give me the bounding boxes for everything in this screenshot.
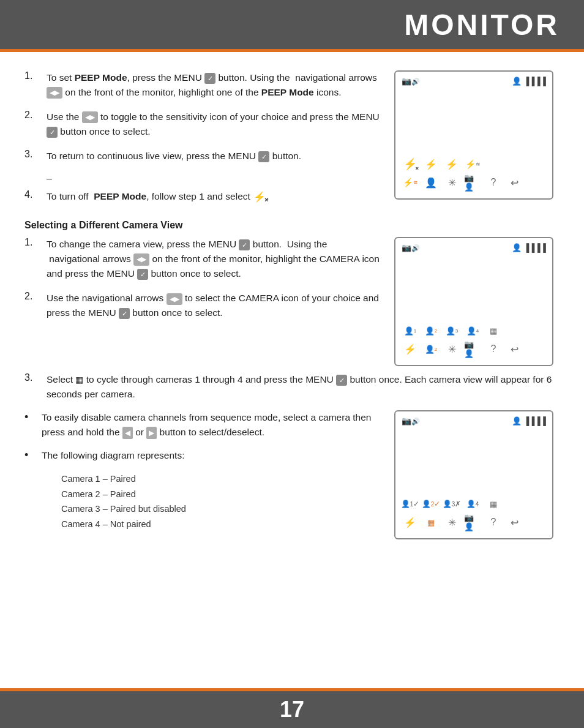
bullet-content-2: The following diagram represents: xyxy=(42,448,184,463)
left-arrow-icon: ◀ xyxy=(122,427,133,440)
nav-arrows-icon: ◀▶ xyxy=(47,87,62,99)
monitor-status-bar-2: 📷🔊 👤 ▐▐▐▐ xyxy=(402,243,546,252)
icon-person-cam-5: 👤2 xyxy=(422,340,440,358)
bullet-symbol-2: • xyxy=(24,449,34,463)
footer: 17 xyxy=(0,691,584,728)
right-arrow-icon: ▶ xyxy=(146,427,157,440)
item-number: 2. xyxy=(24,110,37,139)
bullet-content-1: To easily disable camera channels from s… xyxy=(42,410,382,440)
nav-arrows-icon-3: ◀▶ xyxy=(133,253,149,265)
main-content: 1. To set PEEP Mode, press the MENU ✓ bu… xyxy=(0,52,584,558)
icon-cam2-paired: 👤2✓ xyxy=(422,495,440,512)
list-item: 3. To return to continuous live view, pr… xyxy=(24,149,382,163)
list-item: 4. To turn off PEEP Mode, follow step 1 … xyxy=(24,189,382,204)
monitor-screen-2: 📷🔊 👤 ▐▐▐▐ 👤1 👤2 👤3 👤4 ▦ ⚡ 👤2 ✳ 📷👤 ? xyxy=(394,237,560,366)
item-number: 4. xyxy=(24,189,37,204)
icon-help-3: ? xyxy=(485,514,502,531)
bullet-symbol-1: • xyxy=(24,411,34,440)
monitor-screen-3: 📷🔊 👤 ▐▐▐▐ 👤1✓ 👤2✓ 👤3✗ 👤4 ▦ ⚡ ▦ ✳ 📷👤 xyxy=(394,410,560,539)
icon-help-2: ? xyxy=(485,340,502,358)
peep-mode-section: 1. To set PEEP Mode, press the MENU ✓ bu… xyxy=(24,70,560,214)
monitor-battery-3: 👤 ▐▐▐▐ xyxy=(512,416,546,426)
icon-sun-3: ✳ xyxy=(443,514,460,531)
monitor-display-3: 📷🔊 👤 ▐▐▐▐ 👤1✓ 👤2✓ 👤3✗ 👤4 ▦ ⚡ ▦ ✳ 📷👤 xyxy=(394,410,553,539)
icon-lightning-3: ⚡≋ xyxy=(464,156,481,173)
menu-icon-3: ✓ xyxy=(258,151,269,162)
icon-grid-cam: ▦ xyxy=(485,322,502,339)
item-number: 1. xyxy=(24,237,37,281)
item-number: 3. xyxy=(24,372,37,402)
item-content: Select ▦ to cycle through cameras 1 thro… xyxy=(47,372,560,402)
icon-lightning-1: ⚡ xyxy=(422,156,440,173)
monitor-icons-row-2b: ⚡ 👤2 ✳ 📷👤 ? ↩ xyxy=(402,340,546,358)
icon-lightning-4: ⚡≋ xyxy=(402,174,419,191)
diagram-item-3: Camera 3 – Paired but disabled xyxy=(61,501,382,517)
icon-sun-2: ✳ xyxy=(443,340,460,358)
monitor-icons-row-2a: 👤1 👤2 👤3 👤4 ▦ xyxy=(402,322,546,339)
menu-icon-6: ✓ xyxy=(119,308,130,319)
list-item: 3. Select ▦ to cycle through cameras 1 t… xyxy=(24,372,560,402)
item-content: To return to continuous live view, press… xyxy=(47,149,301,163)
item-content: To turn off PEEP Mode, follow step 1 and… xyxy=(47,189,269,204)
monitor-icons-row-3b: ⚡ ▦ ✳ 📷👤 ? ↩ xyxy=(402,514,546,531)
monitor-status-bar-3: 📷🔊 👤 ▐▐▐▐ xyxy=(402,416,546,426)
icon-cam1-paired: 👤1✓ xyxy=(402,495,419,512)
peep-mode-text: 1. To set PEEP Mode, press the MENU ✓ bu… xyxy=(24,70,382,214)
diagram-item-4: Camera 4 – Not paired xyxy=(61,517,382,532)
monitor-body-3 xyxy=(402,428,546,495)
monitor-cam-icon-3: 📷🔊 xyxy=(402,416,420,426)
monitor-body-1 xyxy=(402,88,546,156)
monitor-display-1: 📷🔊 👤 ▐▐▐▐ ⚡× ⚡ ⚡ ⚡≋ ⚡≋ 👤 ✳ 📷👤 ? ↩ xyxy=(394,70,553,200)
page-title: MONITOR xyxy=(404,8,560,42)
page-number: 17 xyxy=(280,697,304,722)
item-number: 2. xyxy=(24,291,37,320)
list-item: 1. To set PEEP Mode, press the MENU ✓ bu… xyxy=(24,70,382,100)
menu-icon-4: ✓ xyxy=(239,239,250,250)
bullets-section: • To easily disable camera channels from… xyxy=(24,410,560,539)
icon-cam-person-1: 📷👤 xyxy=(464,174,481,191)
monitor-cam-icon-2: 📷🔊 xyxy=(402,243,420,252)
icon-grid-cam-3: ▦ xyxy=(485,495,502,512)
icon-back-1: ↩ xyxy=(506,174,523,191)
bullet-item-2: • The following diagram represents: xyxy=(24,448,382,463)
list-item: 1. To change the camera view, press the … xyxy=(24,237,382,281)
monitor-status-bar-1: 📷🔊 👤 ▐▐▐▐ xyxy=(402,77,546,86)
item-content: To set PEEP Mode, press the MENU ✓ butto… xyxy=(47,70,382,100)
bullet-item-1: • To easily disable camera channels from… xyxy=(24,410,382,440)
dash-separator: – xyxy=(47,173,382,184)
icon-person-1: 👤 xyxy=(422,174,440,191)
item-content: Use the ◀▶ to toggle to the sensitivity … xyxy=(47,110,382,139)
icon-person-cam-1: 👤1 xyxy=(402,322,419,339)
camera-view-items-section: 1. To change the camera view, press the … xyxy=(24,237,560,366)
monitor-battery-2: 👤 ▐▐▐▐ xyxy=(512,243,546,252)
menu-icon: ✓ xyxy=(204,73,215,84)
menu-icon-2: ✓ xyxy=(47,127,58,138)
icon-cam-person-2: 📷👤 xyxy=(464,340,481,358)
grid-sequence-icon: ▦ xyxy=(75,373,83,387)
monitor-icons-row-3a: 👤1✓ 👤2✓ 👤3✗ 👤4 ▦ xyxy=(402,495,546,512)
icon-lightning-5: ⚡ xyxy=(402,340,419,358)
item-content: Use the navigational arrows ◀▶ to select… xyxy=(47,291,382,320)
camera-view-heading: Selecting a Different Camera View xyxy=(24,220,560,231)
icon-person-cam-3: 👤3 xyxy=(443,322,460,339)
menu-icon-5: ✓ xyxy=(137,269,148,280)
bullets-text: • To easily disable camera channels from… xyxy=(24,410,382,539)
monitor-body-2 xyxy=(402,255,546,322)
menu-icon-7: ✓ xyxy=(336,375,347,386)
list-item: 2. Use the ◀▶ to toggle to the sensitivi… xyxy=(24,110,382,139)
monitor-cam-icon-1: 📷🔊 xyxy=(402,77,420,86)
icon-back-3: ↩ xyxy=(506,514,523,531)
camera-view-section: Selecting a Different Camera View xyxy=(24,220,560,237)
camera-diagram: Camera 1 – Paired Camera 2 – Paired Came… xyxy=(61,471,382,532)
icon-person-cam-4: 👤4 xyxy=(464,322,481,339)
page-header: MONITOR xyxy=(0,0,584,49)
diagram-item-2: Camera 2 – Paired xyxy=(61,487,382,502)
icon-cam3-disabled: 👤3✗ xyxy=(443,495,460,512)
nav-arrows-icon-2: ◀▶ xyxy=(82,111,98,123)
item-number: 1. xyxy=(24,70,37,100)
icon-person-cam-2: 👤2 xyxy=(422,322,440,339)
item-content: To change the camera view, press the MEN… xyxy=(47,237,382,281)
item-number: 3. xyxy=(24,149,37,163)
icon-lightning-2: ⚡ xyxy=(443,156,460,173)
icon-sun-1: ✳ xyxy=(443,174,460,191)
